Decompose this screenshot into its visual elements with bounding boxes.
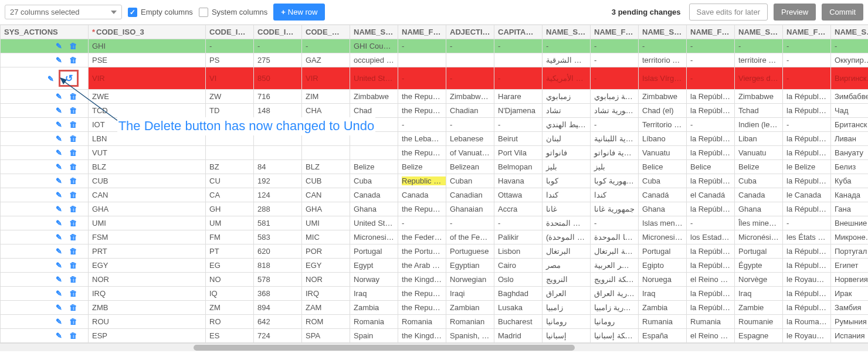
preview-button[interactable]: Preview [774,4,816,21]
delete-icon[interactable]: 🗑 [68,289,77,298]
table-row[interactable]: ✎ 🗑CANCA124CANCanadaCanadaCanadianOttawa… [1,188,869,202]
cell[interactable]: Havana [494,174,542,188]
cell[interactable]: 148 [254,104,302,118]
cell[interactable]: Испания [831,329,869,343]
cell[interactable]: جمهورية غانا [591,202,639,216]
cell[interactable] [302,132,350,146]
cell[interactable]: GHI [89,39,206,53]
cell[interactable]: Iraq [735,287,783,301]
column-header[interactable]: *CODE_ISO_3 [89,25,206,39]
cell[interactable]: FM [206,230,254,244]
cell[interactable]: Куба [831,174,869,188]
column-header[interactable]: CAPITA… [494,25,542,39]
cell[interactable]: NO [206,273,254,287]
cell[interactable]: United States [350,216,398,230]
cell[interactable]: the Kingdom [398,273,446,287]
cell[interactable]: IRQ [89,287,206,301]
cell[interactable]: ZW [206,90,254,104]
delete-icon[interactable]: 🗑 [68,162,77,171]
cell[interactable]: Espagne [735,329,783,343]
table-row[interactable]: ✎ 🗑LBNthe LebaneseLebaneseBeirutلبنانالج… [1,132,869,146]
cell[interactable]: EG [206,259,254,273]
table-row[interactable]: ✎ 🗑GHI---GHI Country---------- [1,39,869,53]
cell[interactable]: 716 [254,90,302,104]
cell[interactable]: Iraq [350,287,398,301]
cell[interactable]: NOR [89,273,206,287]
cell[interactable]: territoire pale [735,53,783,67]
table-row[interactable]: ✎ ↺VIRVI850VIRUnited States---جزر فرجن ا… [1,67,869,90]
cell[interactable]: Micronésie (É [735,230,783,244]
cell[interactable]: Zimbabwe [350,90,398,104]
delete-icon[interactable]: 🗑 [68,191,77,199]
cell[interactable]: (ولايات - الموحدة) [542,230,591,244]
cell[interactable] [254,118,302,132]
table-container[interactable]: SYS_ACTIONS*CODE_ISO_3CODE_I…CODE_I…CODE… [0,25,868,343]
cell[interactable]: - [591,216,639,230]
cell[interactable]: la República d [687,90,735,104]
cell[interactable]: - [446,118,494,132]
cell[interactable]: PSE [89,53,206,67]
edit-icon[interactable]: ✎ [54,261,63,270]
table-row[interactable]: ✎ 🗑CUBCU192CUBCubaRepublic of CCubanHava… [1,174,869,188]
cell[interactable]: CAN [302,188,350,202]
cell[interactable]: Republic of C [398,174,446,188]
cell[interactable]: EGY [89,259,206,273]
cell[interactable]: جمهورية فانواتو [591,146,639,160]
cell[interactable]: Spain [350,329,398,343]
column-header[interactable]: NAME_S… [639,25,687,39]
cell[interactable]: la Roumanie [783,315,831,329]
cell[interactable]: ZM [206,301,254,315]
cell[interactable]: Bucharest [494,315,542,329]
cell[interactable]: Zambie [735,301,783,315]
cell[interactable]: البرتغال [542,244,591,259]
cell[interactable]: Noruega [639,273,687,287]
cell[interactable]: Ottawa [494,188,542,202]
cell[interactable]: MIC [302,230,350,244]
cell[interactable]: Египет [831,259,869,273]
cell[interactable]: the Arab Rep [398,259,446,273]
table-row[interactable]: ✎ 🗑FSMFM583MICMicronesia (Fthe Federated… [1,230,869,244]
column-header[interactable]: NAME_F… [591,25,639,39]
cell[interactable]: of the Federa [446,230,494,244]
cell[interactable]: مملكة إسبانيا [591,329,639,343]
cell[interactable]: - [687,67,735,90]
cell[interactable]: Palikir [494,230,542,244]
edit-icon[interactable]: ✎ [54,134,63,143]
edit-icon[interactable]: ✎ [54,92,63,101]
cell[interactable]: جمهورية البرتغال [591,244,639,259]
cell[interactable] [494,53,542,67]
cell[interactable]: - [206,39,254,53]
cell[interactable]: el Reino de N [687,273,735,287]
edit-icon[interactable]: ✎ [54,303,63,312]
column-header[interactable]: NAME_F… [783,25,831,39]
cell[interactable]: la República d [687,259,735,273]
cell[interactable]: زامبيا [542,301,591,315]
cell[interactable]: جمهورية كوبا [591,174,639,188]
table-row[interactable]: ✎ 🗑IOT---في المحيط الهندي-Territorio Bri… [1,118,869,132]
cell[interactable]: ZWE [89,90,206,104]
horizontal-scrollbar[interactable] [0,343,868,351]
cell[interactable]: Белиз [831,160,869,174]
cell[interactable]: la République [783,259,831,273]
cell[interactable]: Lusaka [494,301,542,315]
cell[interactable]: Romania [398,315,446,329]
cell[interactable]: Виргинские [831,67,869,90]
cell[interactable]: Canadian [446,188,494,202]
cell[interactable]: VUT [89,146,206,160]
cell[interactable]: - [783,216,831,230]
cell[interactable]: Lebanese [446,132,494,146]
cell[interactable]: la République [783,301,831,315]
cell[interactable]: ميكرونيزيا الموحدة [591,230,639,244]
cell[interactable]: Cairo [494,259,542,273]
cell[interactable]: Зимбабве [831,90,869,104]
cell[interactable]: Belize [350,160,398,174]
cell[interactable]: BLZ [89,160,206,174]
cell[interactable] [302,118,350,132]
cell[interactable]: UMI [302,216,350,230]
cell[interactable]: إسبانيا [542,329,591,343]
column-header[interactable]: SYS_ACTIONS [1,25,89,39]
cell[interactable]: Spanish, a Sp [446,329,494,343]
columns-dropdown[interactable]: 27 columns selected [5,5,122,19]
edit-icon[interactable]: ✎ [54,219,63,227]
cell[interactable]: Harare [494,90,542,104]
